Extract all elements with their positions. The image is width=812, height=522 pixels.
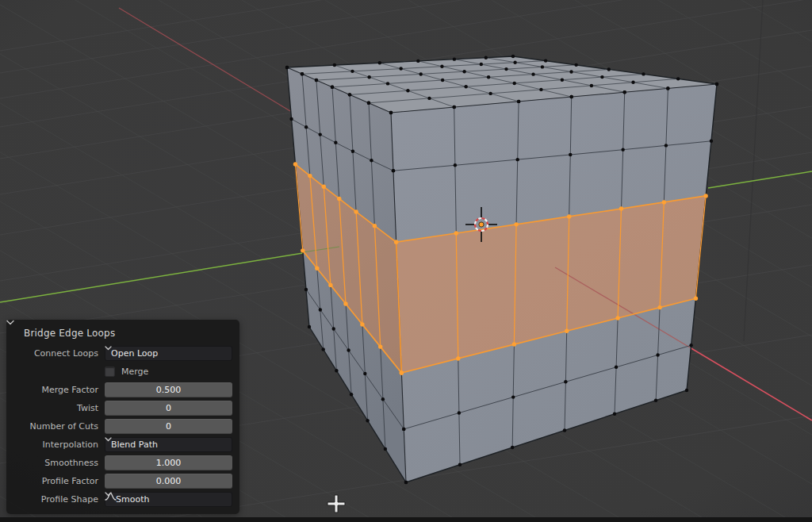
widget-value: 0.500 bbox=[156, 385, 182, 395]
panel-row: Profile Factor0.000 bbox=[6, 474, 232, 489]
operator-panel-title: Bridge Edge Loops bbox=[24, 328, 115, 339]
widget-value: Smooth bbox=[116, 494, 223, 505]
checkbox-label: Merge bbox=[121, 367, 148, 377]
panel-row: Smoothness1.000 bbox=[6, 455, 232, 470]
operator-panel: Bridge Edge Loops Connect LoopsOpen Loop… bbox=[6, 320, 239, 514]
operator-panel-header[interactable]: Bridge Edge Loops bbox=[6, 320, 239, 343]
number-of-cuts-field[interactable]: 0 bbox=[105, 419, 232, 434]
row-label: Profile Shape bbox=[6, 494, 105, 505]
row-label: Connect Loops bbox=[6, 348, 105, 359]
row-label: Twist bbox=[6, 403, 105, 413]
panel-row: InterpolationBlend Path bbox=[6, 437, 232, 452]
connect-loops-dropdown[interactable]: Open Loop bbox=[105, 346, 232, 361]
profile-shape-dropdown[interactable]: Smooth bbox=[105, 492, 232, 507]
widget-value: 0.000 bbox=[156, 476, 182, 486]
operator-panel-rows: Connect LoopsOpen LoopMergeMerge Factor0… bbox=[6, 346, 232, 510]
row-label: Merge Factor bbox=[6, 385, 105, 395]
bottom-bar bbox=[0, 517, 812, 522]
panel-row: Connect LoopsOpen Loop bbox=[6, 346, 232, 361]
panel-row: Merge bbox=[6, 364, 232, 379]
merge-factor-field[interactable]: 0.500 bbox=[105, 382, 232, 397]
smoothness-field[interactable]: 1.000 bbox=[105, 455, 232, 470]
object-origin-dot bbox=[479, 222, 484, 227]
row-label: Profile Factor bbox=[6, 476, 105, 486]
widget-value: Blend Path bbox=[111, 439, 223, 450]
widget-value: 0 bbox=[166, 421, 171, 432]
panel-row: Profile ShapeSmooth bbox=[6, 492, 232, 507]
row-label: Number of Cuts bbox=[6, 421, 105, 432]
widget-value: Open Loop bbox=[111, 348, 223, 359]
row-label: Smoothness bbox=[6, 458, 105, 468]
panel-row: Twist0 bbox=[6, 401, 232, 416]
profile-factor-field[interactable]: 0.000 bbox=[105, 474, 232, 489]
merge-checkbox[interactable] bbox=[105, 367, 115, 377]
interpolation-dropdown[interactable]: Blend Path bbox=[105, 437, 232, 452]
panel-row: Merge Factor0.500 bbox=[6, 382, 232, 397]
row-label: Interpolation bbox=[6, 439, 105, 450]
viewport[interactable]: Bridge Edge Loops Connect LoopsOpen Loop… bbox=[0, 0, 812, 522]
widget-value: 1.000 bbox=[156, 458, 182, 468]
widget-value: 0 bbox=[166, 403, 171, 413]
panel-row: Number of Cuts0 bbox=[6, 419, 232, 434]
twist-field[interactable]: 0 bbox=[105, 401, 232, 416]
